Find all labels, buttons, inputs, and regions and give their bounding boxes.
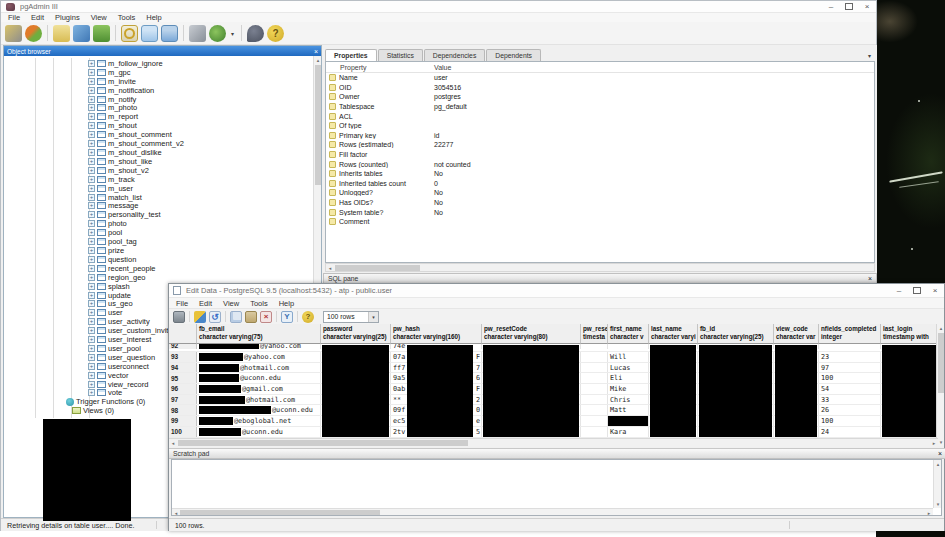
drop-object-icon[interactable] [93, 25, 110, 42]
cell-first_name[interactable]: Matt [608, 405, 649, 415]
tree-item-recent_people[interactable]: recent_people [4, 264, 313, 273]
expand-icon[interactable] [88, 363, 95, 370]
menu-tools[interactable]: Tools [250, 299, 268, 308]
expand-icon[interactable] [88, 372, 95, 379]
tree-item-region_geo[interactable]: region_geo [4, 273, 313, 282]
scroll-up-icon[interactable] [937, 324, 945, 332]
menu-help[interactable]: Help [279, 299, 294, 308]
expand-icon[interactable] [88, 309, 95, 316]
menu-file[interactable]: File [176, 299, 188, 308]
cell-fb_email[interactable]: @hotmail.com [197, 363, 321, 373]
expand-icon[interactable] [88, 104, 95, 111]
close-icon[interactable] [868, 275, 872, 282]
cell-first_name[interactable]: Mike [608, 384, 649, 394]
scroll-up-icon[interactable] [934, 460, 942, 468]
grid-vscrollbar[interactable] [936, 324, 944, 446]
expand-icon[interactable] [88, 256, 95, 263]
tree-item-m_shout_comment[interactable]: m_shout_comment [4, 130, 313, 139]
tree-item-pool[interactable]: pool [4, 228, 313, 237]
tree-item-m_shout_comment_v2[interactable]: m_shout_comment_v2 [4, 139, 313, 148]
menu-tools[interactable]: Tools [118, 13, 136, 22]
maintenance-icon[interactable] [189, 25, 206, 42]
expand-icon[interactable] [88, 113, 95, 120]
expand-icon[interactable] [88, 336, 95, 343]
cell-pw_rese[interactable] [581, 344, 608, 349]
filter-icon[interactable] [281, 311, 293, 323]
tree-item-m_track[interactable]: m_track [4, 175, 313, 184]
close-button[interactable] [926, 284, 944, 297]
help-icon[interactable] [267, 25, 284, 42]
expand-icon[interactable] [88, 131, 95, 138]
tree-item-photo[interactable]: photo [4, 219, 313, 228]
cell-fb_email[interactable]: @uconn.edu [197, 427, 321, 437]
cell-pw_rese[interactable] [581, 373, 608, 383]
maximize-button[interactable] [840, 1, 858, 12]
dropdown-arrow[interactable] [229, 25, 236, 42]
tree-item-question[interactable]: question [4, 255, 313, 264]
grid-hscrollbar[interactable] [169, 438, 938, 447]
tree-item-m_gpc[interactable]: m_gpc [4, 68, 313, 77]
tree-item-m_shout_like[interactable]: m_shout_like [4, 157, 313, 166]
tree-item-match_list[interactable]: match_list [4, 193, 313, 202]
refresh-icon[interactable] [25, 25, 42, 42]
scratchpad-vscrollbar[interactable] [933, 460, 941, 508]
cell-fb_email[interactable]: @uconn.edu [197, 373, 321, 383]
display-objects-icon[interactable] [53, 25, 70, 42]
cell-pw_rese[interactable] [581, 395, 608, 405]
expand-icon[interactable] [88, 60, 95, 67]
menu-view[interactable]: View [223, 299, 239, 308]
tree-item-m_follow_ignore[interactable]: m_follow_ignore [4, 59, 313, 68]
chevron-down-icon[interactable] [868, 52, 871, 59]
scrollbar-thumb[interactable] [315, 65, 321, 185]
cell-nfields_completed[interactable]: 33 [819, 395, 881, 405]
close-icon[interactable] [314, 48, 318, 55]
tree-item-m_notification[interactable]: m_notification [4, 86, 313, 95]
expand-icon[interactable] [88, 238, 95, 245]
cell-nfields_completed[interactable] [819, 344, 881, 349]
close-button[interactable] [858, 1, 876, 12]
settings-gear-icon[interactable] [209, 25, 226, 42]
expand-icon[interactable] [88, 220, 95, 227]
menu-help[interactable]: Help [146, 13, 161, 22]
expand-icon[interactable] [88, 283, 95, 290]
tree-item-m_shout_dislike[interactable]: m_shout_dislike [4, 148, 313, 157]
cell-nfields_completed[interactable]: 23 [819, 352, 881, 362]
cell-fb_email[interactable]: @eboglobal.net [197, 416, 321, 426]
hint-balloon-icon[interactable] [247, 25, 264, 42]
expand-icon[interactable] [88, 274, 95, 281]
cell-first_name[interactable]: Lucas [608, 363, 649, 373]
delete-icon[interactable] [260, 311, 272, 323]
tree-item-pool_tag[interactable]: pool_tag [4, 237, 313, 246]
scroll-left-icon[interactable] [169, 439, 177, 447]
expand-icon[interactable] [88, 194, 95, 201]
close-icon[interactable] [938, 450, 942, 457]
tree-item-m_invite[interactable]: m_invite [4, 77, 313, 86]
scroll-down-icon[interactable] [937, 438, 945, 446]
expand-icon[interactable] [88, 149, 95, 156]
expand-icon[interactable] [88, 78, 95, 85]
cell-pw_rese[interactable] [581, 416, 608, 426]
tree-item-m_photo[interactable]: m_photo [4, 104, 313, 113]
tree-item-m_notify[interactable]: m_notify [4, 95, 313, 104]
tree-item-m_shout_v2[interactable]: m_shout_v2 [4, 166, 313, 175]
scroll-right-icon[interactable] [925, 509, 933, 517]
menu-file[interactable]: File [8, 13, 20, 22]
undo-icon[interactable] [209, 311, 221, 323]
cell-first_name[interactable] [608, 416, 649, 426]
scroll-right-icon[interactable] [930, 439, 938, 447]
expand-icon[interactable] [88, 229, 95, 236]
expand-icon[interactable] [88, 185, 95, 192]
expand-icon[interactable] [88, 381, 95, 388]
expand-icon[interactable] [88, 318, 95, 325]
cell-nfields_completed[interactable]: 100 [819, 416, 881, 426]
expand-icon[interactable] [88, 158, 95, 165]
cell-pw_rese[interactable] [581, 352, 608, 362]
search-icon[interactable] [121, 25, 138, 42]
cell-first_name[interactable]: Chris [608, 395, 649, 405]
expand-icon[interactable] [88, 202, 95, 209]
expand-icon[interactable] [88, 167, 95, 174]
expand-icon[interactable] [88, 389, 95, 396]
scrollbar-thumb[interactable] [178, 440, 468, 446]
cell-pw_rese[interactable] [581, 363, 608, 373]
save-icon[interactable] [173, 311, 185, 323]
